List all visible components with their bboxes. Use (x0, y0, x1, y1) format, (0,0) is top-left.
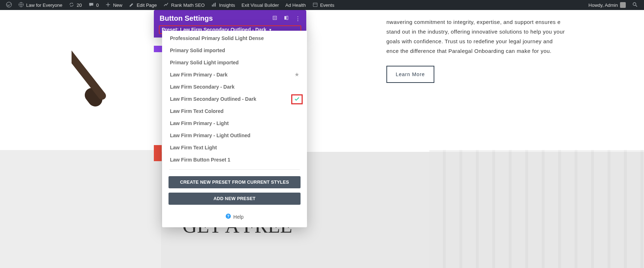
bg-image-left (0, 150, 161, 268)
selected-check (291, 94, 303, 104)
ad-health-label: Ad Health (286, 3, 306, 8)
svg-rect-8 (284, 16, 286, 20)
svg-rect-7 (274, 17, 275, 18)
create-preset-button[interactable]: CREATE NEW PRESET FROM CURRENT STYLES (169, 176, 301, 188)
preset-option[interactable]: Law Firm Text Colored (162, 105, 307, 117)
insights-label: Insights (219, 3, 235, 8)
wordpress-icon (6, 2, 12, 9)
exit-visual-builder[interactable]: Exit Visual Builder (238, 0, 282, 10)
avatar-icon (620, 2, 626, 8)
calendar-icon (312, 2, 318, 9)
exit-vb-label: Exit Visual Builder (241, 3, 279, 8)
preset-option[interactable]: Law Firm Button Preset 1 (162, 154, 307, 166)
preset-option[interactable]: Primary Solid imported (162, 44, 307, 56)
howdy-label: Howdy, Admin (589, 3, 618, 8)
bg-image-columns (429, 150, 644, 268)
learn-more-button[interactable]: Learn More (386, 66, 434, 83)
svg-rect-2 (313, 3, 317, 6)
star-icon: ★ (295, 72, 299, 77)
snap-icon[interactable] (284, 15, 289, 22)
home-icon (18, 2, 24, 9)
site-name-label: Law for Everyone (26, 3, 62, 8)
insights-menu[interactable]: Insights (208, 0, 238, 10)
help-link[interactable]: ? Help (162, 209, 307, 227)
events-menu[interactable]: Events (309, 0, 338, 10)
modal-title: Button Settings (160, 14, 213, 23)
wp-logo-menu[interactable] (3, 0, 15, 10)
preset-option[interactable]: Law Firm Primary - Dark★ (162, 69, 307, 81)
svg-rect-9 (287, 16, 288, 20)
svg-point-3 (633, 3, 636, 5)
preset-option[interactable]: Law Firm Primary - Light (162, 117, 307, 129)
svg-text:?: ? (227, 214, 229, 218)
help-label: Help (233, 214, 244, 220)
divider (169, 169, 300, 170)
search-icon (632, 2, 638, 9)
preset-option[interactable]: Primary Solid Light imported (162, 56, 307, 69)
kebab-icon[interactable]: ⋮ (295, 15, 301, 22)
module-handle-left[interactable] (154, 145, 162, 161)
account-menu[interactable]: Howdy, Admin (585, 0, 629, 10)
bar-chart-icon (211, 2, 217, 9)
preset-option[interactable]: Law Firm Secondary - Dark (162, 81, 307, 93)
help-icon: ? (225, 213, 231, 220)
preset-option[interactable]: Law Firm Text Light (162, 142, 307, 154)
ad-health-menu[interactable]: Ad Health (282, 0, 309, 10)
search-toggle[interactable] (629, 0, 641, 10)
preset-option[interactable]: Law Firm Primary - Light Outlined (162, 129, 307, 142)
preset-option[interactable]: Law Firm Secondary Outlined - Dark (162, 93, 307, 105)
add-preset-button[interactable]: ADD NEW PRESET (169, 193, 301, 205)
events-label: Events (320, 3, 335, 8)
expand-icon[interactable] (272, 15, 277, 22)
intro-paragraph: nwavering commitment to integrity, exper… (386, 17, 565, 83)
svg-rect-6 (273, 16, 277, 20)
preset-dropdown: Professional Primary Solid Light DensePr… (162, 31, 307, 227)
preset-option[interactable]: Professional Primary Solid Light Dense (162, 32, 307, 44)
paragraph-text: nwavering commitment to integrity, exper… (386, 17, 565, 56)
site-name-menu[interactable]: Law for Everyone (15, 0, 65, 10)
